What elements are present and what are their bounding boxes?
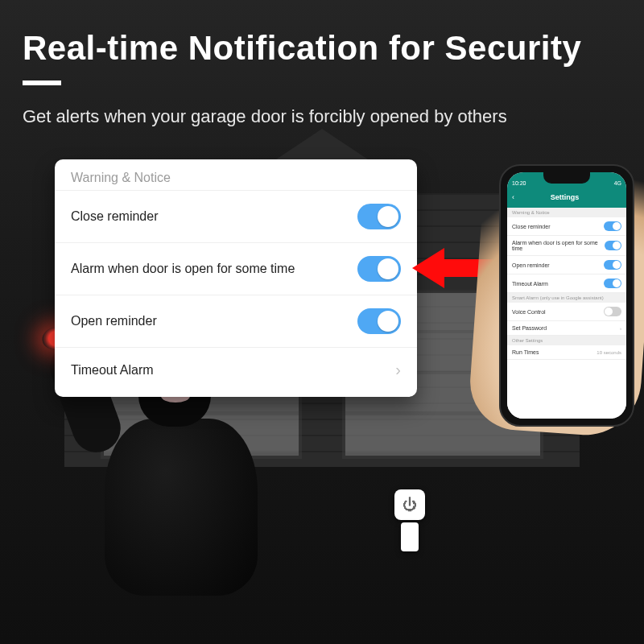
phone-app-bar: ‹ Settings: [507, 187, 626, 208]
phone-row-label: Voice Control: [512, 309, 546, 315]
row-label: Alarm when door is open for some time: [71, 262, 357, 276]
title-underline: [23, 80, 61, 85]
row-label: Timeout Alarm: [71, 363, 395, 378]
door-sensor-strip-icon: [401, 522, 419, 551]
phone-settings-row[interactable]: Voice Control: [507, 303, 626, 321]
card-section-title: Warning & Notice: [55, 171, 417, 190]
phone-row-label: Open reminder: [512, 262, 550, 268]
phone-section-header: Warning & Notice: [507, 208, 626, 217]
phone-row-label: Close reminder: [512, 224, 550, 229]
row-open-reminder[interactable]: Open reminder: [55, 295, 417, 347]
toggle-close-reminder[interactable]: [357, 204, 401, 229]
toggle-alarm-open-time[interactable]: [357, 256, 401, 282]
phone-row-label: Alarm when door is open for some time: [512, 240, 605, 251]
chevron-right-icon: ›: [395, 361, 401, 379]
phone-settings-row[interactable]: Close reminder: [507, 217, 626, 236]
phone-toggle[interactable]: [604, 221, 621, 231]
row-label: Close reminder: [71, 209, 357, 224]
phone-settings-row[interactable]: Run Times10 seconds: [507, 345, 626, 360]
hero-subtitle: Get alerts when your garage door is forc…: [23, 106, 621, 127]
row-alarm-open-time[interactable]: Alarm when door is open for some time: [55, 242, 417, 295]
phone-toggle[interactable]: [604, 260, 621, 270]
phone-row-label: Set Password: [512, 325, 547, 331]
row-label: Open reminder: [71, 314, 357, 328]
settings-card: Warning & Notice Close reminder Alarm wh…: [55, 159, 417, 397]
phone-row-label: Run Times: [512, 349, 539, 355]
phone-toggle[interactable]: [604, 279, 621, 288]
phone-settings-row[interactable]: Set Password›: [507, 321, 626, 336]
door-sensor-icon: ⏻: [394, 489, 425, 520]
phone-toggle[interactable]: [605, 241, 621, 250]
row-close-reminder[interactable]: Close reminder: [55, 190, 417, 242]
phone-toggle[interactable]: [604, 307, 621, 316]
phone-mockup: 10:20 4G ‹ Settings Warning & NoticeClos…: [499, 164, 634, 427]
hero-title: Real-time Notification for Security: [23, 29, 621, 85]
phone-section-header: Smart Alarm (only use in Google assistan…: [507, 293, 626, 303]
row-timeout-alarm[interactable]: Timeout Alarm ›: [55, 347, 417, 392]
phone-settings-row[interactable]: Alarm when door is open for some time: [507, 236, 626, 256]
phone-page-title: Settings: [514, 193, 615, 201]
chevron-right-icon: ›: [620, 326, 621, 331]
toggle-open-reminder[interactable]: [357, 308, 401, 334]
phone-settings-row[interactable]: Timeout Alarm: [507, 275, 626, 293]
phone-row-label: Timeout Alarm: [512, 281, 548, 287]
phone-row-value: 10 seconds: [597, 350, 621, 355]
phone-section-header: Other Settings: [507, 336, 626, 345]
phone-settings-row[interactable]: Open reminder: [507, 256, 626, 275]
